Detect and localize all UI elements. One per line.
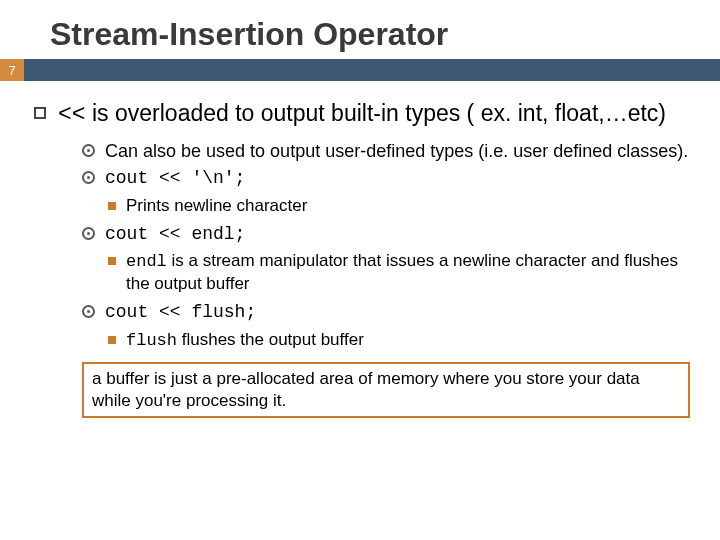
main-text: is overloaded to output built-in types (… xyxy=(86,100,666,126)
square-bullet-icon xyxy=(34,107,46,119)
circle-bullet-icon xyxy=(82,227,95,240)
bullet-text: << is overloaded to output built-in type… xyxy=(58,99,666,130)
operator-text: << xyxy=(58,102,86,128)
list-item: cout << flush; xyxy=(82,301,690,324)
code-text: cout << '\n'; xyxy=(105,167,245,190)
list-item: cout << '\n'; xyxy=(82,167,690,190)
callout-box: a buffer is just a pre-allocated area of… xyxy=(82,362,690,418)
circle-bullet-icon xyxy=(82,171,95,184)
code-text: cout << flush; xyxy=(105,301,256,324)
slide-content: << is overloaded to output built-in type… xyxy=(0,81,720,418)
list-item: Can also be used to output user-defined … xyxy=(82,140,690,163)
square-bullet-icon xyxy=(108,202,116,210)
bullet-text: Prints newline character xyxy=(126,195,307,217)
circle-bullet-icon xyxy=(82,144,95,157)
slide-number: 7 xyxy=(0,59,24,81)
square-bullet-icon xyxy=(108,336,116,344)
text-rest: is a stream manipulator that issues a ne… xyxy=(126,251,678,293)
list-item: cout << endl; xyxy=(82,223,690,246)
bullet-text: endl is a stream manipulator that issues… xyxy=(126,250,690,295)
text-rest: flushes the output buffer xyxy=(177,330,364,349)
list-item: Prints newline character xyxy=(108,195,690,217)
bullet-text: flush flushes the output buffer xyxy=(126,329,364,352)
list-item: << is overloaded to output built-in type… xyxy=(34,99,690,130)
code-inline: flush xyxy=(126,331,177,350)
bullet-text: Can also be used to output user-defined … xyxy=(105,140,688,163)
list-item: endl is a stream manipulator that issues… xyxy=(108,250,690,295)
slide-title: Stream-Insertion Operator xyxy=(0,0,720,59)
header-bar: 7 xyxy=(0,59,720,81)
code-inline: endl xyxy=(126,252,167,271)
code-text: cout << endl; xyxy=(105,223,245,246)
header-bar-fill xyxy=(24,59,720,81)
list-item: flush flushes the output buffer xyxy=(108,329,690,352)
square-bullet-icon xyxy=(108,257,116,265)
circle-bullet-icon xyxy=(82,305,95,318)
